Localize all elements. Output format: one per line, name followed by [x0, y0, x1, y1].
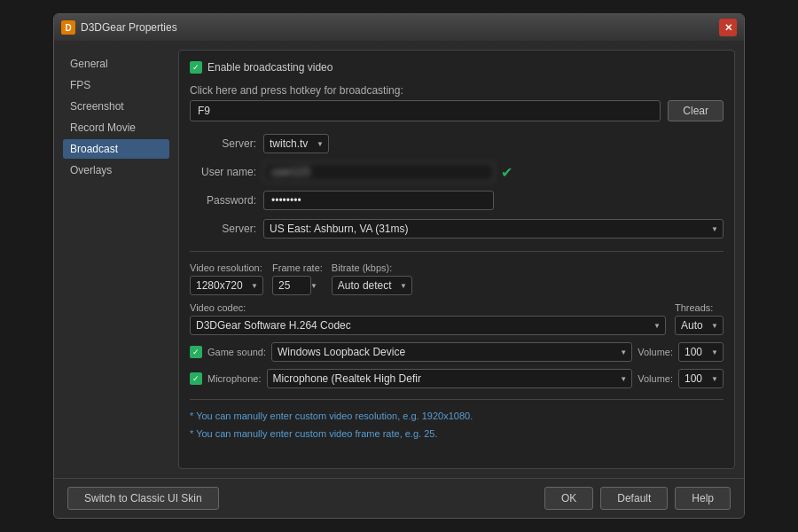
divider1: [190, 251, 724, 252]
video-settings-row: Video resolution: 1280x720 Frame rate: 2…: [190, 262, 724, 295]
footer-left: Switch to Classic UI Skin: [67, 487, 219, 510]
divider2: [190, 399, 724, 400]
server2-form-row: Server: US East: Ashburn, VA (31ms): [190, 219, 724, 239]
footer-right: OK Default Help: [544, 487, 731, 510]
password-label: Password:: [190, 194, 256, 207]
video-res-select-wrapper[interactable]: 1280x720: [190, 276, 263, 295]
clear-button[interactable]: Clear: [668, 100, 724, 121]
help-button[interactable]: Help: [675, 487, 731, 510]
window-title: D3DGear Properties: [81, 21, 177, 34]
server-select-wrapper[interactable]: twitch.tv: [263, 134, 329, 153]
window-body: General FPS Screenshot Record Movie Broa…: [54, 41, 744, 478]
mic-select-wrapper[interactable]: Microphone (Realtek High Defir: [267, 369, 633, 388]
hotkey-input-row: Clear: [190, 100, 724, 121]
frame-rate-label: Frame rate:: [272, 262, 323, 273]
username-input[interactable]: [263, 162, 494, 182]
codec-group: Video codec: D3DGear Software H.264 Code…: [190, 302, 666, 335]
server-select[interactable]: twitch.tv: [263, 134, 329, 153]
threads-select-wrapper[interactable]: Auto: [675, 316, 724, 335]
bitrate-group: Bitrate (kbps): Auto detect: [332, 262, 412, 295]
frame-rate-select-wrapper[interactable]: 25: [272, 276, 323, 295]
bitrate-select-wrapper[interactable]: Auto detect: [332, 276, 412, 295]
bitrate-label: Bitrate (kbps):: [332, 262, 412, 273]
server2-label: Server:: [190, 223, 256, 235]
codec-select[interactable]: D3DGear Software H.264 Codec: [190, 316, 666, 335]
username-form-row: User name: ✔: [190, 162, 724, 182]
mic-row: ✓ Microphone: Microphone (Realtek High D…: [190, 369, 724, 388]
game-sound-row: ✓ Game sound: Windows Loopback Device Vo…: [190, 342, 724, 362]
frame-rate-select[interactable]: 25: [272, 276, 311, 295]
game-volume-select[interactable]: 100: [678, 342, 724, 362]
sidebar: General FPS Screenshot Record Movie Broa…: [63, 50, 169, 469]
mic-checkbox[interactable]: ✓: [190, 372, 202, 385]
server2-select[interactable]: US East: Ashburn, VA (31ms): [263, 219, 724, 239]
video-codec-label: Video codec:: [190, 302, 666, 313]
mic-label: Microphone:: [207, 373, 262, 384]
enable-checkbox[interactable]: ✓: [190, 61, 202, 74]
server-label: Server:: [190, 137, 256, 150]
sidebar-item-broadcast[interactable]: Broadcast: [63, 139, 169, 159]
video-res-select[interactable]: 1280x720: [190, 276, 263, 295]
threads-select[interactable]: Auto: [675, 316, 724, 335]
mic-volume-select-wrapper[interactable]: 100: [678, 369, 724, 388]
bitrate-select[interactable]: Auto detect: [332, 276, 412, 295]
game-sound-label: Game sound:: [207, 347, 266, 357]
game-sound-select-wrapper[interactable]: Windows Loopback Device: [271, 342, 632, 362]
title-bar: D D3DGear Properties ✕: [54, 14, 744, 41]
frame-rate-group: Frame rate: 25: [272, 262, 323, 295]
codec-select-wrapper[interactable]: D3DGear Software H.264 Codec: [190, 316, 666, 335]
classic-skin-button[interactable]: Switch to Classic UI Skin: [67, 487, 219, 510]
hotkey-input[interactable]: [190, 100, 661, 121]
sidebar-item-screenshot[interactable]: Screenshot: [63, 97, 169, 116]
password-input[interactable]: [263, 191, 494, 210]
hotkey-row: Click here and press hotkey for broadcas…: [190, 84, 724, 121]
threads-label: Threads:: [675, 302, 724, 313]
server2-select-wrapper[interactable]: US East: Ashburn, VA (31ms): [263, 219, 724, 239]
valid-checkmark: ✔: [501, 164, 512, 181]
password-form-row: Password:: [190, 191, 724, 210]
enable-label: Enable broadcasting video: [207, 61, 332, 74]
threads-group: Threads: Auto: [675, 302, 724, 335]
game-volume-select-wrapper[interactable]: 100: [678, 342, 724, 362]
footer: Switch to Classic UI Skin OK Default Hel…: [54, 478, 744, 518]
mic-volume-select[interactable]: 100: [678, 369, 724, 388]
default-button[interactable]: Default: [600, 487, 668, 510]
mic-select[interactable]: Microphone (Realtek High Defir: [267, 369, 633, 388]
sidebar-item-overlays[interactable]: Overlays: [63, 160, 169, 180]
sidebar-item-fps[interactable]: FPS: [63, 75, 169, 95]
username-label: User name:: [190, 166, 256, 178]
game-volume-label: Volume:: [638, 347, 673, 357]
content-panel: ✓ Enable broadcasting video Click here a…: [178, 50, 735, 469]
hotkey-label: Click here and press hotkey for broadcas…: [190, 84, 724, 97]
sidebar-item-record-movie[interactable]: Record Movie: [63, 118, 169, 137]
mic-volume-label: Volume:: [638, 373, 673, 384]
app-icon: D: [61, 20, 75, 35]
server-form-row: Server: twitch.tv: [190, 134, 724, 153]
enable-row: ✓ Enable broadcasting video: [190, 61, 724, 74]
sidebar-item-general[interactable]: General: [63, 54, 169, 74]
close-button[interactable]: ✕: [719, 19, 737, 36]
title-bar-left: D D3DGear Properties: [61, 20, 177, 35]
note2: * You can manully enter custom video fra…: [190, 428, 724, 439]
video-res-label: Video resolution:: [190, 262, 263, 273]
note1: * You can manully enter custom video res…: [190, 411, 724, 421]
ok-button[interactable]: OK: [544, 487, 593, 510]
codec-row: Video codec: D3DGear Software H.264 Code…: [190, 302, 724, 335]
game-sound-select[interactable]: Windows Loopback Device: [271, 342, 632, 362]
video-res-group: Video resolution: 1280x720: [190, 262, 263, 295]
main-window: D D3DGear Properties ✕ General FPS Scree…: [53, 13, 745, 519]
game-sound-checkbox[interactable]: ✓: [190, 346, 202, 358]
